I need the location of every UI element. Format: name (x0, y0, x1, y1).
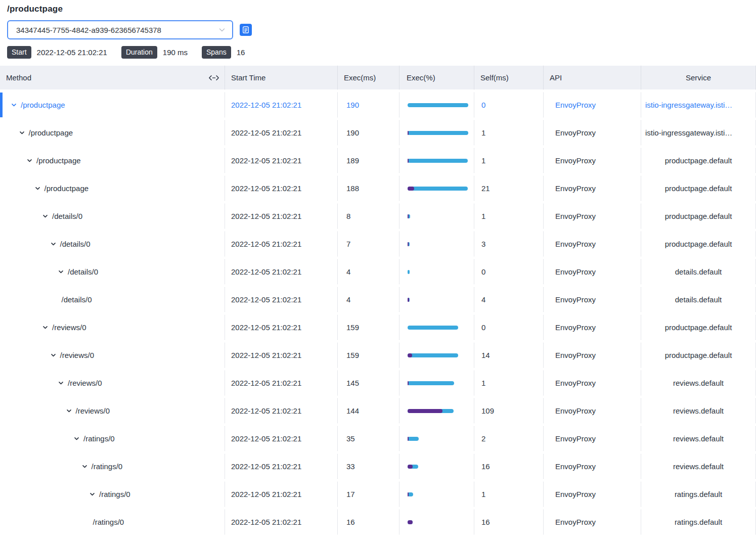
service-cell: productpage.default (641, 315, 756, 340)
method-cell[interactable]: /ratings/0 (0, 510, 225, 534)
chevron-down-icon[interactable] (50, 241, 57, 247)
self-ms-cell: 0 (474, 93, 544, 117)
method-cell[interactable]: /details/0 (0, 259, 225, 284)
trace-id-value: 34347445-7755-4842-a939-623656745378 (16, 26, 218, 34)
chevron-down-icon[interactable] (66, 407, 72, 414)
span-row[interactable]: /ratings/0 2022-12-05 21:02:21 17 1 Envo… (0, 482, 756, 507)
exec-ms-cell: 17 (338, 482, 399, 507)
span-row[interactable]: /productpage 2022-12-05 21:02:21 190 0 E… (0, 93, 756, 117)
clipboard-list-icon (241, 25, 250, 34)
span-row[interactable]: /productpage 2022-12-05 21:02:21 188 21 … (0, 176, 756, 201)
start-time-cell: 2022-12-05 21:02:21 (225, 287, 338, 312)
api-cell: EnvoyProxy (544, 398, 641, 423)
method-cell[interactable]: /details/0 (0, 232, 225, 256)
start-time-cell: 2022-12-05 21:02:21 (225, 176, 338, 201)
method-cell[interactable]: /productpage (0, 176, 225, 201)
exec-pct-cell (399, 454, 474, 479)
chevron-down-icon[interactable] (42, 213, 49, 219)
span-row[interactable]: /productpage 2022-12-05 21:02:21 190 1 E… (0, 120, 756, 145)
method-label: /ratings/0 (83, 434, 115, 443)
span-row[interactable]: /details/0 2022-12-05 21:02:21 4 4 Envoy… (0, 287, 756, 312)
copy-trace-id-button[interactable] (240, 24, 252, 36)
api-cell: EnvoyProxy (544, 259, 641, 284)
start-value: 2022-12-05 21:02:21 (37, 48, 107, 57)
method-cell[interactable]: /ratings/0 (0, 426, 225, 451)
chevron-down-icon[interactable] (19, 129, 25, 136)
chevron-down-icon[interactable] (11, 102, 17, 108)
chevron-down-icon[interactable] (50, 352, 57, 358)
exec-ms-cell: 159 (338, 315, 399, 340)
self-bar (408, 242, 409, 246)
chevron-down-icon[interactable] (81, 463, 88, 470)
span-row[interactable]: /ratings/0 2022-12-05 21:02:21 33 16 Env… (0, 454, 756, 479)
method-label: /details/0 (52, 212, 82, 220)
exec-pct-cell (399, 232, 474, 256)
self-bar (408, 465, 413, 469)
span-row[interactable]: /details/0 2022-12-05 21:02:21 8 1 Envoy… (0, 204, 756, 229)
self-bar (408, 381, 409, 385)
method-cell[interactable]: /details/0 (0, 204, 225, 229)
column-header-start-time: Start Time (225, 66, 338, 89)
chevron-down-icon[interactable] (58, 268, 64, 275)
trace-id-select[interactable]: 34347445-7755-4842-a939-623656745378 (7, 20, 233, 39)
exec-bar (408, 381, 454, 385)
method-cell[interactable]: /reviews/0 (0, 343, 225, 368)
table-body: /productpage 2022-12-05 21:02:21 190 0 E… (0, 93, 756, 534)
span-row[interactable]: /details/0 2022-12-05 21:02:21 4 0 Envoy… (0, 259, 756, 284)
method-cell[interactable]: /ratings/0 (0, 454, 225, 479)
span-row[interactable]: /details/0 2022-12-05 21:02:21 7 3 Envoy… (0, 232, 756, 256)
chevron-down-icon[interactable] (26, 157, 33, 164)
exec-bar (408, 103, 468, 107)
method-label: /reviews/0 (60, 351, 95, 359)
chevron-down-icon[interactable] (34, 185, 41, 192)
span-row[interactable]: /reviews/0 2022-12-05 21:02:21 145 1 Env… (0, 371, 756, 395)
service-cell: ratings.default (641, 510, 756, 534)
exec-bar (408, 214, 410, 218)
start-time-cell: 2022-12-05 21:02:21 (225, 371, 338, 395)
exec-ms-cell: 144 (338, 398, 399, 423)
span-row[interactable]: /ratings/0 2022-12-05 21:02:21 16 16 Env… (0, 510, 756, 534)
chevron-down-icon[interactable] (89, 491, 96, 497)
span-row[interactable]: /productpage 2022-12-05 21:02:21 189 1 E… (0, 148, 756, 173)
method-cell[interactable]: /reviews/0 (0, 315, 225, 340)
self-bar (408, 492, 409, 496)
start-time-cell: 2022-12-05 21:02:21 (225, 343, 338, 368)
chevron-down-icon[interactable] (42, 324, 49, 331)
method-label: /reviews/0 (52, 323, 86, 332)
self-ms-cell: 1 (474, 148, 544, 173)
service-cell: productpage.default (641, 232, 756, 256)
chevron-down-icon[interactable] (58, 380, 64, 386)
method-cell[interactable]: /ratings/0 (0, 482, 225, 507)
exec-ms-cell: 145 (338, 371, 399, 395)
method-cell[interactable]: /productpage (0, 93, 225, 117)
exec-bar (408, 159, 468, 163)
method-cell[interactable]: /details/0 (0, 287, 225, 312)
span-row[interactable]: /reviews/0 2022-12-05 21:02:21 159 0 Env… (0, 315, 756, 340)
exec-pct-cell (399, 482, 474, 507)
chevron-down-icon[interactable] (73, 435, 80, 442)
service-cell: ratings.default (641, 482, 756, 507)
method-cell[interactable]: /reviews/0 (0, 371, 225, 395)
service-cell: productpage.default (641, 343, 756, 368)
method-label: /ratings/0 (93, 518, 124, 526)
chevron-down-icon (218, 26, 226, 34)
span-row[interactable]: /reviews/0 2022-12-05 21:02:21 144 109 E… (0, 398, 756, 423)
api-cell: EnvoyProxy (544, 454, 641, 479)
method-cell[interactable]: /productpage (0, 120, 225, 145)
column-resize-icon[interactable] (208, 75, 219, 81)
method-cell[interactable]: /productpage (0, 148, 225, 173)
exec-pct-cell (399, 426, 474, 451)
exec-bar (408, 270, 410, 274)
exec-ms-cell: 7 (338, 232, 399, 256)
start-time-cell: 2022-12-05 21:02:21 (225, 232, 338, 256)
exec-ms-cell: 159 (338, 343, 399, 368)
exec-pct-cell (399, 315, 474, 340)
method-label: /productpage (21, 101, 65, 109)
page-title: /productpage (7, 4, 749, 14)
method-cell[interactable]: /reviews/0 (0, 398, 225, 423)
span-row[interactable]: /ratings/0 2022-12-05 21:02:21 35 2 Envo… (0, 426, 756, 451)
exec-ms-cell: 33 (338, 454, 399, 479)
span-row[interactable]: /reviews/0 2022-12-05 21:02:21 159 14 En… (0, 343, 756, 368)
exec-ms-cell: 190 (338, 120, 399, 145)
self-bar (408, 520, 413, 524)
